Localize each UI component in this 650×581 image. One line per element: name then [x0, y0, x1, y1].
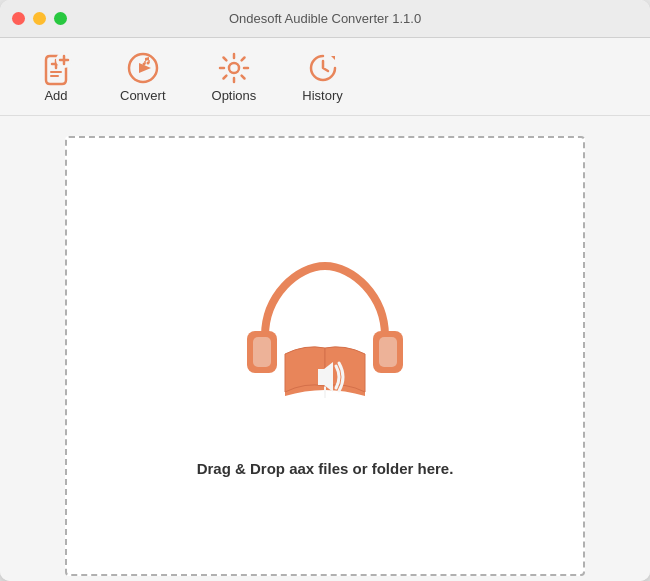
svg-point-2: [142, 63, 145, 66]
svg-point-4: [229, 63, 239, 73]
toolbar-item-options[interactable]: Options: [194, 44, 275, 109]
maximize-button[interactable]: [54, 12, 67, 25]
add-icon: [38, 50, 74, 86]
svg-rect-6: [253, 337, 271, 367]
close-button[interactable]: [12, 12, 25, 25]
toolbar-item-convert[interactable]: Convert: [102, 44, 184, 109]
main-content: Drag & Drop aax files or folder here.: [0, 116, 650, 581]
window-title: Ondesoft Audible Converter 1.1.0: [229, 11, 421, 26]
app-window: Ondesoft Audible Converter 1.1.0 Add: [0, 0, 650, 581]
audiobook-icon: [225, 236, 425, 436]
add-label: Add: [44, 88, 67, 103]
history-label: History: [302, 88, 342, 103]
minimize-button[interactable]: [33, 12, 46, 25]
drop-label: Drag & Drop aax files or folder here.: [197, 460, 454, 477]
convert-icon: [125, 50, 161, 86]
window-controls: [12, 12, 67, 25]
toolbar-item-history[interactable]: History: [284, 44, 360, 109]
titlebar: Ondesoft Audible Converter 1.1.0: [0, 0, 650, 38]
toolbar-item-add[interactable]: Add: [20, 44, 92, 109]
drop-zone[interactable]: Drag & Drop aax files or folder here.: [65, 136, 585, 576]
history-icon: [305, 50, 341, 86]
options-label: Options: [212, 88, 257, 103]
options-icon: [216, 50, 252, 86]
svg-rect-8: [379, 337, 397, 367]
svg-point-3: [146, 62, 149, 65]
toolbar: Add Convert Options: [0, 38, 650, 116]
convert-label: Convert: [120, 88, 166, 103]
